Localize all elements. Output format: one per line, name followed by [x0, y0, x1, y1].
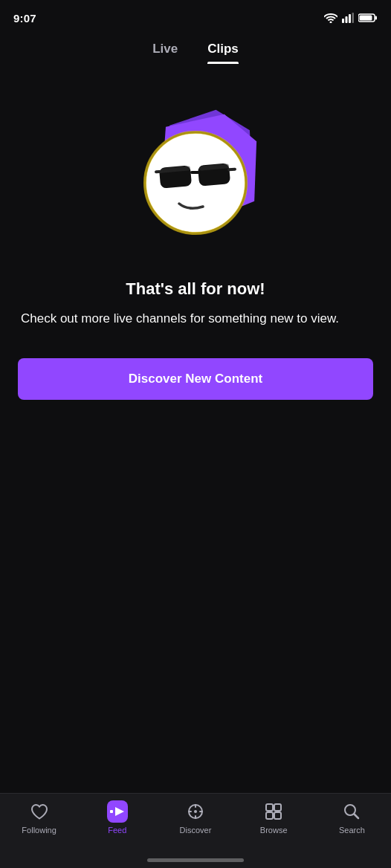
svg-rect-26 — [266, 812, 273, 819]
svg-rect-3 — [352, 13, 355, 23]
nav-item-search[interactable]: Search — [313, 801, 391, 835]
feed-label: Feed — [108, 826, 126, 835]
browse-label: Browse — [260, 826, 288, 835]
status-time: 9:07 — [13, 12, 36, 25]
tabs: Live Clips — [0, 33, 391, 64]
signal-icon — [342, 13, 354, 23]
svg-rect-27 — [274, 812, 281, 819]
nav-item-browse[interactable]: Browse — [235, 801, 313, 835]
svg-rect-6 — [360, 16, 372, 21]
wifi-icon — [324, 13, 337, 23]
nav-item-feed[interactable]: Feed — [78, 801, 156, 835]
svg-rect-24 — [266, 804, 273, 811]
svg-rect-25 — [274, 804, 281, 811]
nav-item-discover[interactable]: Discover — [156, 801, 234, 835]
status-bar: 9:07 — [0, 0, 391, 33]
search-icon — [341, 801, 362, 822]
svg-rect-5 — [375, 16, 378, 20]
end-message: That's all for now! Check out more live … — [18, 279, 373, 328]
end-title: That's all for now! — [21, 279, 370, 299]
battery-icon — [358, 13, 378, 23]
discover-icon — [185, 801, 206, 822]
svg-rect-17 — [110, 810, 113, 813]
svg-line-29 — [355, 814, 359, 819]
discover-label: Discover — [180, 826, 212, 835]
svg-point-19 — [194, 810, 197, 813]
main-content: That's all for now! Check out more live … — [0, 64, 391, 400]
following-label: Following — [22, 826, 56, 835]
svg-marker-16 — [115, 807, 124, 816]
svg-rect-10 — [190, 171, 201, 174]
feed-icon — [107, 801, 128, 822]
status-icons — [324, 13, 378, 23]
discover-new-content-button[interactable]: Discover New Content — [18, 358, 373, 400]
browse-icon — [263, 801, 284, 822]
end-description: Check out more live channels for somethi… — [21, 309, 370, 328]
bottom-nav: Following Feed Discover — [0, 793, 391, 868]
search-label: Search — [339, 826, 365, 835]
nav-item-following[interactable]: Following — [0, 801, 78, 835]
home-indicator — [147, 858, 244, 862]
svg-rect-1 — [346, 16, 348, 23]
svg-rect-2 — [349, 14, 351, 23]
tab-live[interactable]: Live — [152, 42, 178, 64]
mascot-illustration — [114, 94, 277, 257]
svg-rect-0 — [342, 19, 344, 23]
tab-clips[interactable]: Clips — [207, 42, 239, 64]
following-icon — [29, 801, 50, 822]
